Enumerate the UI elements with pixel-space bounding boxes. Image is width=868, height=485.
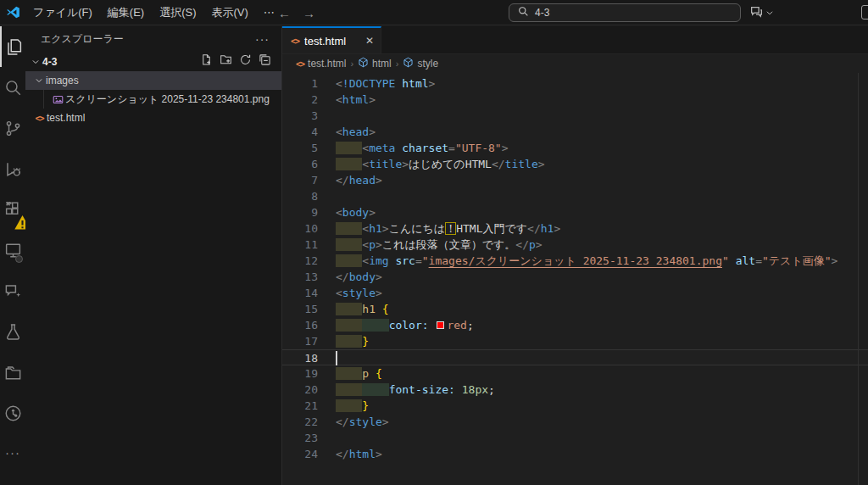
- search-icon[interactable]: [0, 67, 25, 108]
- token: color:: [389, 319, 429, 332]
- explorer-section-header[interactable]: 4-3: [25, 52, 281, 71]
- files-explorer-icon[interactable]: [0, 26, 25, 67]
- gutter-space: [318, 301, 336, 317]
- tab-test-html[interactable]: <> test.html ✕: [282, 26, 381, 53]
- html-file-icon: <>: [32, 114, 47, 123]
- line-number: 12: [282, 253, 318, 269]
- menu-item-1[interactable]: 編集(E): [100, 2, 152, 24]
- line-number: 9: [282, 204, 318, 220]
- tab-bar: <> test.html ✕: [282, 26, 868, 54]
- new-file-icon[interactable]: [200, 53, 213, 70]
- src-link[interactable]: images/スクリーンショット 2025-11-23 234801.png: [429, 254, 722, 267]
- vscode-logo-icon[interactable]: [0, 5, 25, 20]
- tree-row-test-html[interactable]: <>test.html: [25, 109, 281, 127]
- gutter-space: [318, 140, 336, 156]
- token: >: [832, 254, 838, 267]
- close-icon[interactable]: ✕: [365, 35, 374, 47]
- explorer-actions: [200, 53, 281, 70]
- token: font-size:: [389, 383, 455, 396]
- code-line-11[interactable]: 11 <p>これは段落（文章）です。</p>: [282, 237, 868, 253]
- gutter-space: [318, 398, 336, 414]
- tree-row--2025-11-23-234801-png[interactable]: スクリーンショット 2025-11-23 234801.png: [25, 90, 281, 109]
- code-line-23[interactable]: 23: [282, 430, 868, 446]
- token: }: [362, 335, 369, 348]
- line-number: 4: [282, 124, 318, 140]
- code-line-8[interactable]: 8: [282, 188, 868, 204]
- gutter-space: [318, 365, 336, 382]
- more-actions-icon[interactable]: ···: [5, 445, 20, 460]
- token: meta: [369, 142, 395, 154]
- code-line-9[interactable]: 9<body>: [282, 204, 868, 220]
- back-icon[interactable]: ←: [278, 6, 291, 20]
- folder-library-icon[interactable]: [0, 352, 25, 393]
- token: head: [342, 125, 369, 138]
- code-line-4[interactable]: 4<head>: [282, 124, 868, 140]
- code-line-24[interactable]: 24</html>: [282, 446, 868, 462]
- code-line-7[interactable]: 7</head>: [282, 172, 868, 188]
- token: [729, 254, 736, 267]
- token: >: [382, 222, 389, 235]
- line-number: 21: [282, 398, 318, 414]
- token: alt: [736, 254, 755, 267]
- code-line-10[interactable]: 10 <h1>こんにちは！HTML入門です</h1>: [282, 220, 868, 237]
- token: <: [362, 254, 369, 267]
- workspace-name: 4-3: [42, 56, 200, 68]
- code-line-22[interactable]: 22</style>: [282, 414, 868, 430]
- token: >: [502, 142, 509, 154]
- code-line-3[interactable]: 3: [282, 108, 868, 124]
- code-line-17[interactable]: 17 }: [282, 333, 868, 349]
- menu-item-2[interactable]: 選択(S): [152, 2, 203, 24]
- copilot-chat-button[interactable]: [749, 3, 774, 22]
- chat-icon[interactable]: [0, 270, 25, 311]
- testing-icon[interactable]: [0, 311, 25, 352]
- menu-item-0[interactable]: ファイル(F): [25, 2, 100, 24]
- token: [336, 142, 362, 154]
- breadcrumb-separator: ›: [349, 59, 354, 69]
- token: [376, 303, 382, 315]
- code-line-6[interactable]: 6 <title>はじめてのHTML</title>: [282, 156, 868, 172]
- token: [455, 383, 462, 396]
- token: style: [342, 287, 376, 299]
- token: [336, 335, 362, 348]
- gutter-space: [318, 414, 336, 430]
- breadcrumb-item-html[interactable]: html: [358, 57, 392, 70]
- remote-explorer-icon[interactable]: [0, 230, 25, 270]
- line-text: <h1>こんにちは！HTML入門です</h1>: [336, 220, 560, 237]
- extensions-icon[interactable]: [0, 189, 25, 230]
- code-line-1[interactable]: 1<!DOCTYPE html>: [282, 75, 868, 92]
- token: p: [529, 238, 536, 251]
- code-line-15[interactable]: 15 h1 {: [282, 301, 868, 317]
- line-text: color: red;: [336, 317, 474, 333]
- new-folder-icon[interactable]: [220, 53, 232, 70]
- code-line-19[interactable]: 19 p {: [282, 365, 868, 382]
- menu-item-3[interactable]: 表示(V): [204, 2, 256, 24]
- code-area[interactable]: 1<!DOCTYPE html>2<html>34<head>5 <meta c…: [282, 73, 868, 462]
- line-number: 5: [282, 140, 318, 156]
- symbol-cube-icon: [403, 57, 414, 70]
- command-center-search[interactable]: 4-3: [509, 3, 741, 22]
- run-debug-icon[interactable]: [0, 148, 25, 189]
- code-line-14[interactable]: 14<style>: [282, 285, 868, 301]
- breadcrumb-label: test.html: [308, 58, 346, 70]
- code-line-20[interactable]: 20 font-size: 18px;: [282, 382, 868, 398]
- code-line-16[interactable]: 16 color: red;: [282, 317, 868, 333]
- code-line-5[interactable]: 5 <meta charset="UTF-8">: [282, 140, 868, 156]
- explorer-more-icon[interactable]: ···: [255, 32, 270, 46]
- collapse-all-icon[interactable]: [259, 53, 271, 70]
- source-control-icon[interactable]: [0, 108, 25, 148]
- code-line-13[interactable]: 13</body>: [282, 269, 868, 285]
- refresh-icon[interactable]: [239, 53, 252, 70]
- panel-layout-icon[interactable]: [861, 5, 868, 20]
- token: ;: [467, 319, 474, 332]
- code-line-18[interactable]: 18: [282, 349, 868, 365]
- tree-row-images[interactable]: images: [25, 71, 281, 90]
- timeline-icon[interactable]: [0, 393, 25, 433]
- code-line-21[interactable]: 21 }: [282, 398, 868, 414]
- breadcrumb-item-style[interactable]: style: [403, 57, 438, 70]
- code-line-2[interactable]: 2<html>: [282, 92, 868, 108]
- forward-icon[interactable]: →: [303, 6, 315, 20]
- code-line-12[interactable]: 12 <img src="images/スクリーンショット 2025-11-23…: [282, 253, 868, 269]
- line-text: <head>: [336, 124, 376, 140]
- activity-bar: ···: [0, 26, 25, 485]
- breadcrumb-item-test.html[interactable]: <>test.html: [296, 58, 346, 70]
